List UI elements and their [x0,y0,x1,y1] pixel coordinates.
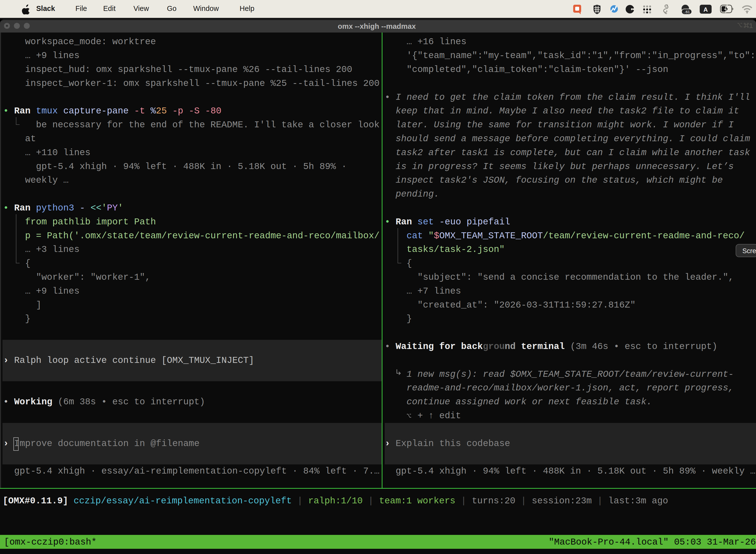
svg-text:A: A [703,6,708,13]
svg-text:..61: ..61 [684,10,690,14]
